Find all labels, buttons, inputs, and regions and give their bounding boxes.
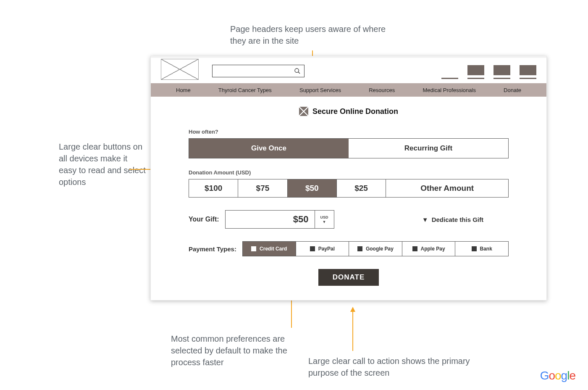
your-gift-label: Your Gift: xyxy=(189,216,219,223)
amount-other[interactable]: Other Amount xyxy=(386,179,508,197)
paypal-icon xyxy=(310,246,315,251)
main-nav: Home Thyroid Cancer Types Support Servic… xyxy=(151,83,546,97)
secure-icon xyxy=(299,107,308,116)
nav-medical-professionals[interactable]: Medical Professionals xyxy=(423,87,475,93)
annotation-bottom-right: Large clear call to action shows the pri… xyxy=(308,355,476,379)
chevron-down-icon: ▼ xyxy=(323,220,326,224)
header-icons xyxy=(441,65,536,80)
payment-google-pay[interactable]: Google Pay xyxy=(349,242,402,256)
amount-50[interactable]: $50 xyxy=(288,179,337,197)
annotation-left: Large clear buttons on all devices make … xyxy=(59,141,147,188)
amount-100[interactable]: $100 xyxy=(189,179,238,197)
logo-placeholder xyxy=(161,59,199,80)
payment-types-label: Payment Types: xyxy=(189,245,236,253)
gift-value: $50 xyxy=(226,211,315,228)
search-icon xyxy=(294,68,301,74)
arrow-bottom-right xyxy=(349,307,357,351)
amount-25[interactable]: $25 xyxy=(337,179,386,197)
payment-credit-card[interactable]: Credit Card xyxy=(243,242,296,256)
nav-resources[interactable]: Resources xyxy=(369,87,395,93)
amount-selector: $100 $75 $50 $25 Other Amount xyxy=(189,179,509,198)
dedicate-label: Dedicate this Gift xyxy=(432,216,483,223)
amount-75[interactable]: $75 xyxy=(238,179,287,197)
payment-apple-pay[interactable]: Apple Pay xyxy=(402,242,456,256)
gift-input[interactable]: $50 USD ▼ xyxy=(225,210,334,229)
payment-options: Credit Card PayPal Google Pay Apple Pay … xyxy=(242,241,509,256)
option-give-once[interactable]: Give Once xyxy=(189,139,349,158)
your-gift-row: Your Gift: $50 USD ▼ ▼ Dedicate this Gif… xyxy=(189,210,509,229)
applepay-icon xyxy=(412,246,417,251)
donation-amount-label: Donation Amount (USD) xyxy=(189,169,509,176)
nav-thyroid-cancer-types[interactable]: Thyroid Cancer Types xyxy=(218,87,272,93)
card-icon xyxy=(251,246,256,251)
page-content: Secure Online Donation How often? Give O… xyxy=(151,97,546,300)
dedicate-gift-toggle[interactable]: ▼ Dedicate this Gift xyxy=(422,216,483,223)
cta-row: DONATE xyxy=(189,269,509,286)
page-title-text: Secure Online Donation xyxy=(312,107,398,116)
currency-code: USD xyxy=(320,215,328,219)
payment-paypal[interactable]: PayPal xyxy=(296,242,349,256)
annotation-bottom-left: Most common preferences are selected by … xyxy=(171,333,310,368)
svg-marker-7 xyxy=(350,307,355,312)
nav-donate[interactable]: Donate xyxy=(504,87,521,93)
top-bar xyxy=(151,56,546,83)
google-logo: Google xyxy=(540,369,575,382)
payment-row: Payment Types: Credit Card PayPal Google… xyxy=(189,241,509,256)
annotation-top: Page headers keep users aware of where t… xyxy=(230,23,390,47)
svg-line-9 xyxy=(298,72,300,74)
nav-home[interactable]: Home xyxy=(176,87,191,93)
donate-button[interactable]: DONATE xyxy=(318,269,379,286)
how-often-label: How often? xyxy=(189,129,509,135)
search-input[interactable] xyxy=(212,65,304,77)
page-header: Secure Online Donation xyxy=(189,107,509,116)
bank-icon xyxy=(472,246,477,251)
nav-support-services[interactable]: Support Services xyxy=(299,87,341,93)
googlepay-icon xyxy=(357,246,362,251)
svg-point-8 xyxy=(295,69,299,72)
chevron-down-icon: ▼ xyxy=(422,216,428,223)
frequency-toggle: Give Once Recurring Gift xyxy=(189,138,509,158)
payment-bank[interactable]: Bank xyxy=(455,242,508,256)
option-recurring-gift[interactable]: Recurring Gift xyxy=(349,139,508,158)
wireframe-canvas: Home Thyroid Cancer Types Support Servic… xyxy=(150,56,547,300)
currency-dropdown[interactable]: USD ▼ xyxy=(315,211,334,228)
